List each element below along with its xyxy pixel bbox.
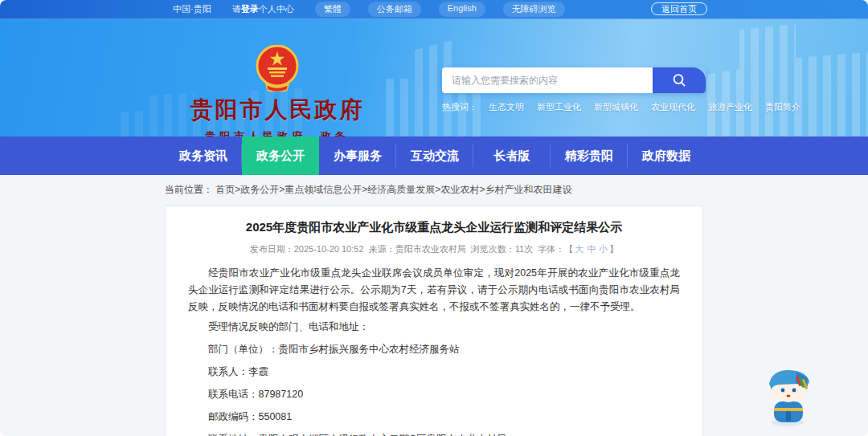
gov-site-title: 贵阳市人民政府 [153,95,402,125]
content-area: 当前位置： 首页>政务公开>重点领域信息公开>经济高质量发展>农业农村>乡村产业… [0,175,868,436]
article-source: 来源：贵阳市农业农村局 [369,244,466,254]
contact-info-list: 部门（单位）：贵阳市乡村振兴服务中心农村经济服务站联系人：李霞联系电话：8798… [188,341,680,436]
breadcrumb-path[interactable]: 首页>政务公开>重点领域信息公开>经济高质量发展>农业农村>乡村产业和农田建设 [215,184,571,195]
article-title: 2025年度贵阳市农业产业化市级重点龙头企业运行监测和评定结果公示 [188,219,680,235]
hot-search-word[interactable]: 农业现代化 [651,101,695,113]
search-bar [442,67,706,93]
article-paragraph: 经贵阳市农业产业化市级重点龙头企业联席会议成员单位审定，现对2025年开展的农业… [188,265,680,316]
site-region-link[interactable]: 中国·贵阳 [173,3,211,15]
site-logo[interactable]: 贵阳市人民政府 贵阳市人民政府．政务 www.guiyang.gov.cn [153,45,402,137]
search-input[interactable] [442,67,653,93]
article-meta: 发布日期：2025-10-20 10:52 来源：贵阳市农业农村局 浏览次数：1… [188,243,680,255]
login-bold: 登录 [241,4,259,14]
hot-search-label: 热搜词： [442,101,477,113]
article-paragraph: 受理情况反映的部门、电话和地址： [188,319,680,336]
topbar-link[interactable]: 无障碍浏览 [503,2,565,17]
page: 中国·贵阳 请登录个人中心 繁體公务邮箱English无障碍浏览 返回首页 贵阳… [0,0,868,436]
contact-line: 部门（单位）：贵阳市乡村振兴服务中心农村经济服务站 [188,341,680,358]
nav-tab-政务公开[interactable]: 政务公开 [242,137,319,175]
contact-line: 联系地址：贵阳市观山湖区市级行政中心二期C区贵阳市农业农村局 [188,431,680,436]
font-size-controls: 大中小 [573,244,609,254]
font-size-option[interactable]: 中 [587,244,596,254]
view-count: 浏览次数：11次 [471,244,533,254]
article-card: 2025年度贵阳市农业产业化市级重点龙头企业运行监测和评定结果公示 发布日期：2… [165,206,703,436]
hot-search-words: 生态文明新型工业化新型城镇化农业现代化旅游产业化贵阳简介 [489,101,800,113]
nav-tab-政府数据[interactable]: 政府数据 [628,137,705,175]
city-silhouette [707,24,868,137]
hot-search-word[interactable]: 贵阳简介 [765,101,800,113]
hot-search-word[interactable]: 生态文明 [489,101,524,113]
gov-site-subtitle: 贵阳市人民政府．政务 [153,129,402,137]
topbar-link[interactable]: 繁體 [315,2,350,17]
breadcrumb-label: 当前位置： [165,184,213,195]
search-button[interactable] [653,67,706,93]
hot-search-row: 热搜词： 生态文明新型工业化新型城镇化农业现代化旅游产业化贵阳简介 [442,101,707,113]
nav-tab-政务资讯[interactable]: 政务资讯 [165,137,242,175]
breadcrumb: 当前位置： 首页>政务公开>重点领域信息公开>经济高质量发展>农业农村>乡村产业… [0,175,868,203]
national-emblem-icon [256,45,299,92]
nav-tab-办事服务[interactable]: 办事服务 [319,137,396,175]
nav-tab-长者版[interactable]: 长者版 [473,137,551,175]
header-banner: 贵阳市人民政府 贵阳市人民政府．政务 www.guiyang.gov.cn 热搜… [0,19,868,137]
topbar-link[interactable]: 公务邮箱 [368,2,421,17]
login-link[interactable]: 请登录个人中心 [232,3,294,15]
top-utility-bar: 中国·贵阳 请登录个人中心 繁體公务邮箱English无障碍浏览 返回首页 [0,0,868,19]
contact-line: 邮政编码：550081 [188,409,680,426]
font-size-option[interactable]: 小 [599,244,608,254]
main-nav: 政务资讯政务公开办事服务互动交流长者版精彩贵阳政府数据 [0,137,868,175]
nav-tab-互动交流[interactable]: 互动交流 [396,137,473,175]
topbar-links: 繁體公务邮箱English无障碍浏览 [315,2,565,17]
publish-date: 发布日期：2025-10-20 10:52 [250,244,364,254]
font-size-label: 字体： [538,244,564,254]
mascot-icon [760,360,817,430]
return-home-button[interactable]: 返回首页 [651,2,707,15]
hot-search-word[interactable]: 旅游产业化 [708,101,752,113]
search-icon [671,72,687,88]
contact-line: 联系电话：87987120 [188,386,680,403]
contact-line: 联系人：李霞 [188,364,680,381]
topbar-link[interactable]: English [439,2,485,17]
nav-tab-精彩贵阳[interactable]: 精彩贵阳 [551,137,628,175]
hot-search-word[interactable]: 新型工业化 [537,101,581,113]
font-size-option[interactable]: 大 [575,244,583,254]
hot-search-word[interactable]: 新型城镇化 [594,101,638,113]
mascot-assistant[interactable] [760,360,817,430]
